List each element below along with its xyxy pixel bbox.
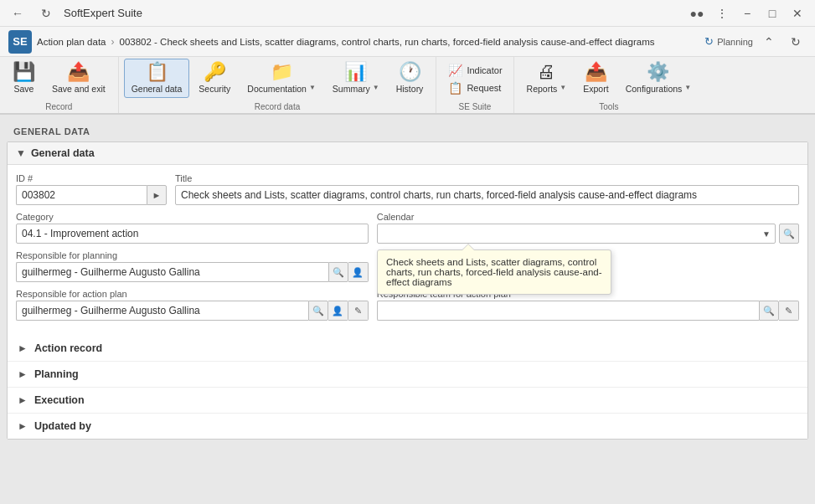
documentation-arrow: ▼	[309, 84, 316, 91]
id-title-row: ID # ► Title	[16, 173, 799, 205]
breadcrumb-current: 003802 - Check sheets and Lists, scatter…	[119, 37, 694, 47]
record-group: 💾 Save 📤 Save and exit Record	[0, 57, 119, 113]
collapse-all-button[interactable]: ⌃	[758, 31, 780, 53]
action-record-icon: ►	[18, 342, 28, 354]
general-data-button[interactable]: 📋 General data	[124, 59, 190, 98]
collapsible-rows: ► Action record ► Planning ► Execution ►…	[8, 336, 807, 439]
calendar-select[interactable]	[377, 224, 776, 244]
responsible-team-edit[interactable]: ✎	[779, 301, 799, 321]
id-input-container: ►	[16, 185, 167, 205]
category-input[interactable]	[16, 224, 369, 244]
save-icon: 💾	[13, 63, 35, 81]
action-record-row[interactable]: ► Action record	[8, 336, 807, 362]
responsible-action-search[interactable]: 🔍	[308, 301, 328, 321]
save-exit-button[interactable]: 📤 Save and exit	[44, 59, 113, 98]
calendar-field-group: Calendar ▼ 🔍	[377, 212, 799, 244]
configurations-button[interactable]: ⚙️ Configurations ▼	[618, 59, 699, 98]
planning-sub-icon: ↻	[704, 35, 714, 48]
responsible-planning-label: Responsible for planning	[16, 250, 369, 260]
responsible-planning-search[interactable]: 🔍	[328, 262, 348, 282]
execution-row[interactable]: ► Execution	[8, 388, 807, 414]
save-button[interactable]: 💾 Save	[5, 59, 43, 98]
tools-label: Tools	[519, 101, 699, 113]
security-button[interactable]: 🔑 Security	[191, 59, 238, 98]
indicator-icon: 📈	[447, 63, 462, 78]
close-button[interactable]: ✕	[787, 3, 808, 24]
category-label: Category	[16, 212, 369, 222]
documentation-icon: 📁	[271, 63, 293, 81]
back-button[interactable]: ←	[7, 3, 28, 24]
responsible-planning-person[interactable]: 👤	[348, 262, 369, 282]
planning-icon: ►	[18, 368, 28, 380]
tooltip: Check sheets and Lists, scatter diagrams…	[377, 249, 611, 295]
execution-title: Execution	[34, 394, 85, 406]
planning-row[interactable]: ► Planning	[8, 362, 807, 388]
documentation-button[interactable]: 📁 Documentation ▼	[240, 59, 323, 98]
panel-title: General data	[31, 147, 95, 159]
responsible-planning-group: Responsible for planning 🔍 👤	[16, 250, 369, 282]
content-area: GENERAL DATA ▼ General data ID # ►	[0, 115, 815, 504]
section-header: GENERAL DATA	[7, 121, 808, 141]
history-icon: 🕐	[399, 63, 421, 81]
record-group-label: Record	[5, 101, 113, 113]
id-field-group: ID # ►	[16, 173, 167, 205]
responsible-action-input[interactable]	[16, 301, 308, 321]
record-data-group: 📋 General data 🔑 Security 📁 Documentatio…	[119, 57, 437, 113]
collapse-icon: ▼	[16, 147, 26, 159]
se-suite-group: 📈 Indicator 📋 Request SE Suite	[436, 57, 513, 113]
export-button[interactable]: 📤 Export	[575, 59, 616, 98]
toolbar: 💾 Save 📤 Save and exit Record 📋 General …	[0, 57, 815, 115]
responsible-team-input[interactable]	[377, 301, 759, 321]
title-label: Title	[175, 173, 799, 183]
updated-by-icon: ►	[18, 420, 28, 432]
configurations-arrow: ▼	[684, 84, 691, 91]
general-data-icon: 📋	[146, 63, 168, 81]
reports-button[interactable]: 🖨 Reports ▼	[519, 59, 575, 98]
reports-arrow: ▼	[560, 84, 566, 91]
request-item[interactable]: 📋 Request	[445, 80, 504, 96]
breadcrumb-bar: SE Action plan data › 003802 - Check she…	[0, 27, 815, 57]
updated-by-row[interactable]: ► Updated by	[8, 414, 807, 439]
record-data-label: Record data	[124, 101, 431, 113]
responsible-action-edit[interactable]: ✎	[348, 301, 369, 321]
title-field-group: Title	[175, 173, 799, 205]
history-button[interactable]: 🕐 History	[389, 59, 431, 98]
app-logo: SE	[8, 30, 32, 54]
title-input[interactable]	[175, 185, 799, 205]
responsible-team-search[interactable]: 🔍	[759, 301, 779, 321]
breadcrumb-sub: ↻ Planning	[704, 35, 753, 48]
responsible-action-person[interactable]: 👤	[328, 301, 348, 321]
action-record-title: Action record	[34, 342, 102, 354]
planning-title: Planning	[34, 368, 79, 380]
tooltip-text: Check sheets and Lists, scatter diagrams…	[386, 257, 602, 287]
indicator-item[interactable]: 📈 Indicator	[445, 62, 504, 79]
refresh-button[interactable]: ↻	[35, 3, 57, 24]
breadcrumb-separator: ›	[111, 36, 114, 48]
se-suite-label: SE Suite	[441, 101, 508, 113]
minimize-button[interactable]: −	[736, 3, 758, 24]
responsible-action-label: Responsible for action plan	[16, 289, 369, 299]
responsible-planning-input[interactable]	[16, 262, 328, 282]
execution-icon: ►	[18, 394, 28, 406]
tooltip-arrow	[462, 244, 475, 250]
refresh-page-button[interactable]: ↻	[785, 31, 807, 53]
app-title: SoftExpert Suite	[64, 7, 142, 19]
responsible-action-group: Responsible for action plan 🔍 👤 ✎	[16, 289, 369, 321]
plugin-button[interactable]: ●●	[686, 3, 708, 24]
save-exit-icon: 📤	[67, 63, 90, 81]
general-data-panel-header[interactable]: ▼ General data	[8, 142, 807, 165]
category-calendar-row: Category Calendar ▼ 🔍	[16, 212, 799, 244]
maximize-button[interactable]: □	[761, 3, 783, 24]
breadcrumb-parent[interactable]: Action plan data	[37, 37, 106, 47]
calendar-label: Calendar	[377, 212, 799, 222]
configurations-icon: ⚙️	[647, 63, 669, 81]
export-icon: 📤	[585, 63, 607, 81]
id-browse-button[interactable]: ►	[147, 185, 167, 205]
id-input[interactable]	[16, 185, 147, 205]
calendar-search-button[interactable]: 🔍	[779, 224, 799, 244]
summary-button[interactable]: 📊 Summary ▼	[325, 59, 387, 98]
summary-icon: 📊	[344, 63, 367, 81]
reports-icon: 🖨	[537, 63, 555, 81]
menu-button[interactable]: ⋮	[711, 3, 733, 24]
category-field-group: Category	[16, 212, 369, 244]
